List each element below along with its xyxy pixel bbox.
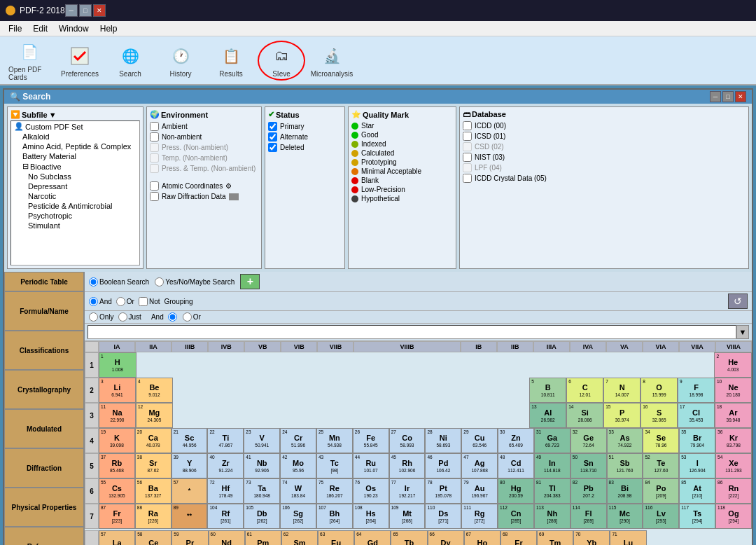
microanalysis-button[interactable]: 🔬 Microanalysis [308, 41, 356, 81]
elem-Cs[interactable]: 55Cs132.905 [99, 478, 135, 504]
env-ambient[interactable]: Ambient [150, 122, 258, 131]
elem-Y[interactable]: 39Y88.906 [172, 453, 208, 478]
elem-I[interactable]: 53I126.904 [679, 453, 715, 478]
elem-Ir[interactable]: 77Ir192.217 [389, 478, 426, 504]
elem-Pm[interactable]: 61Pm [245, 530, 281, 545]
qm-low-precision[interactable]: Low-Precision [351, 186, 453, 193]
elem-Ac-placeholder[interactable]: 89** [172, 504, 208, 529]
elem-Rf[interactable]: 104Rf[261] [207, 504, 244, 529]
elem-Co[interactable]: 27Co58.993 [389, 428, 426, 453]
label-modulated[interactable]: Modulated [4, 409, 84, 448]
label-crystallography[interactable]: Crystallography [4, 370, 84, 409]
elem-Pr[interactable]: 59Pr [172, 530, 208, 545]
elem-Nb[interactable]: 41Nb92.906 [244, 453, 280, 478]
elem-Ds[interactable]: 110Ds[271] [425, 504, 461, 529]
subfile-item-psychotropic[interactable]: Psychotropic [11, 211, 139, 221]
elem-F[interactable]: 9F18.998 [678, 378, 715, 403]
elem-Xe[interactable]: 54Xe131.293 [715, 453, 752, 478]
elem-Te[interactable]: 52Te127.60 [643, 453, 679, 478]
subfile-list[interactable]: 👤Custom PDF Set Alkaloid Amino Acid, Pep… [10, 120, 140, 265]
qm-star[interactable]: Star [351, 122, 453, 130]
elem-La-placeholder[interactable]: 57* [172, 478, 208, 504]
elem-W[interactable]: 74W183.84 [280, 478, 316, 504]
elem-Ne[interactable]: 10Ne20.180 [715, 378, 752, 403]
elem-Ni[interactable]: 28Ni58.693 [425, 428, 461, 453]
elem-Na[interactable]: 11Na22.990 [99, 403, 136, 428]
elem-Ti[interactable]: 22Ti47.867 [207, 428, 244, 453]
elem-Sn[interactable]: 50Sn118.710 [570, 453, 607, 478]
elem-La[interactable]: 57La [99, 530, 135, 545]
search-button[interactable]: 🌐 Search [106, 41, 154, 81]
elem-Ag[interactable]: 47Ag107.868 [461, 453, 498, 478]
label-physical-properties[interactable]: Physical Properties [4, 488, 84, 527]
elem-Er[interactable]: 68Er [500, 530, 537, 545]
elem-Cd[interactable]: 48Cd112.411 [498, 453, 534, 478]
elem-Dy[interactable]: 66Dy [428, 530, 464, 545]
label-formula-name[interactable]: Formula/Name [4, 291, 84, 331]
elem-B[interactable]: 5B10.811 [529, 378, 566, 403]
elem-O[interactable]: 8O15.999 [640, 378, 678, 403]
elem-He[interactable]: 2He4.003 [714, 352, 752, 378]
elem-Re[interactable]: 75Re186.207 [316, 478, 353, 504]
radio-and[interactable]: And [89, 297, 112, 306]
maximize-button[interactable]: □ [79, 4, 92, 17]
search-restore[interactable]: □ [722, 91, 734, 102]
qm-indexed[interactable]: Indexed [351, 140, 453, 148]
elem-Pt[interactable]: 78Pt195.078 [425, 478, 461, 504]
elem-Fe[interactable]: 26Fe55.845 [353, 428, 389, 453]
env-atomic[interactable]: Atomic Coordinates ⚙ [150, 181, 258, 191]
elem-Sc[interactable]: 21Sc44.956 [172, 428, 208, 453]
status-primary[interactable]: Primary [268, 122, 342, 131]
elem-In[interactable]: 49In114.818 [534, 453, 570, 478]
subfile-item-depressant[interactable]: Depressant [11, 181, 139, 191]
db-icsd01[interactable]: ICSD (01) [463, 132, 746, 141]
elem-Ho[interactable]: 67Ho [464, 530, 500, 545]
search-minimize[interactable]: ─ [710, 91, 721, 102]
db-icdd-crystal05[interactable]: ICDD Crystal Data (05) [463, 174, 746, 183]
elem-Ra[interactable]: 88Ra[226] [135, 504, 172, 529]
elem-Ts[interactable]: 117Ts[294] [679, 504, 715, 529]
menu-file[interactable]: File [3, 22, 27, 35]
subfile-item-bioactive[interactable]: ⊟Bioactive [11, 161, 139, 172]
elem-Gd[interactable]: 64Gd [354, 530, 391, 545]
elem-Lu[interactable]: 71Lu [610, 530, 646, 545]
radio-or2[interactable]: Or [183, 312, 201, 322]
boolean-search-radio[interactable]: Boolean Search [89, 277, 149, 287]
elem-As[interactable]: 33As74.922 [607, 428, 643, 453]
elem-Hs[interactable]: 108Hs[264] [353, 504, 389, 529]
db-nist03[interactable]: NIST (03) [463, 153, 746, 162]
qm-calculated[interactable]: Calculated [351, 149, 453, 157]
elem-K[interactable]: 19K39.098 [99, 428, 135, 453]
elem-Ga[interactable]: 31Ga69.723 [534, 428, 570, 453]
status-alternate[interactable]: Alternate [268, 132, 342, 142]
elem-Os[interactable]: 76Os190.23 [353, 478, 389, 504]
elem-Se[interactable]: 34Se78.96 [643, 428, 679, 453]
env-nonambient[interactable]: Non-ambient [150, 132, 258, 142]
elem-Cu[interactable]: 29Cu63.546 [461, 428, 498, 453]
menu-help[interactable]: Help [94, 22, 123, 35]
label-classifications[interactable]: Classifications [4, 331, 84, 370]
elem-Mo[interactable]: 42Mo95.96 [280, 453, 316, 478]
elem-Sb[interactable]: 51Sb121.760 [607, 453, 643, 478]
elem-Tb[interactable]: 65Tb [391, 530, 427, 545]
elem-Yb[interactable]: 70Yb [573, 530, 610, 545]
open-pdf-cards-button[interactable]: 📄 Open PDF Cards [6, 36, 53, 84]
radio-and2[interactable] [168, 312, 178, 322]
env-presstemp[interactable]: Press. & Temp. (Non-ambient) [150, 164, 258, 173]
elem-V[interactable]: 23V50.941 [244, 428, 280, 453]
elem-Si[interactable]: 14Si28.086 [566, 403, 603, 428]
elem-Mn[interactable]: 25Mn54.938 [316, 428, 353, 453]
elem-Fl[interactable]: 114Fl[289] [570, 504, 607, 529]
elem-Mt[interactable]: 109Mt[268] [389, 504, 426, 529]
radio-just[interactable]: Just [118, 312, 141, 322]
search-close[interactable]: ✕ [735, 91, 746, 102]
elem-Po[interactable]: 84Po[209] [643, 478, 679, 504]
elem-C[interactable]: 6C12.01 [566, 378, 603, 403]
elem-Nh[interactable]: 113Nh[286] [534, 504, 570, 529]
subfile-item-amino[interactable]: Amino Acid, Peptide & Complex [11, 142, 139, 151]
elem-Tm[interactable]: 69Tm [537, 530, 573, 545]
subfile-item-battery[interactable]: Battery Material [11, 151, 139, 161]
elem-Ce[interactable]: 58Ce [135, 530, 172, 545]
elem-Rb[interactable]: 37Rb85.468 [99, 453, 135, 478]
sieve-button[interactable]: 🗂 SIeve [258, 41, 305, 81]
